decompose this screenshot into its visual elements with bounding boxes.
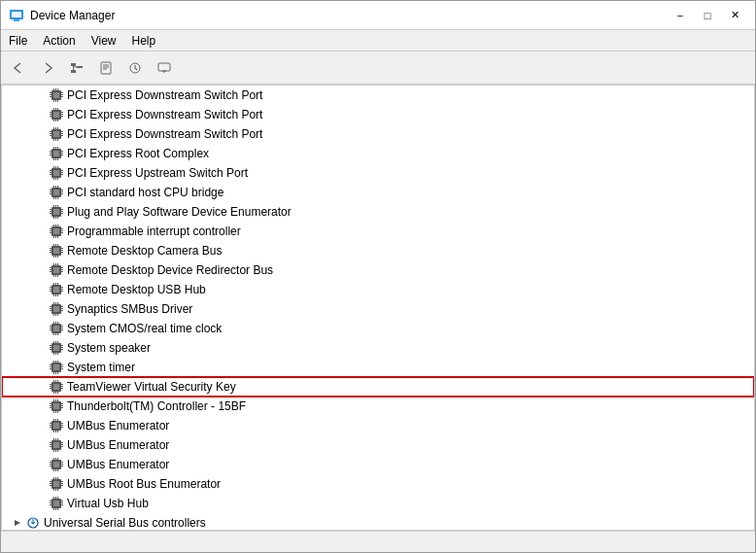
close-button[interactable]: ✕: [722, 6, 747, 25]
tree-item-tb[interactable]: Thunderbolt(TM) Controller - 15BF: [2, 397, 754, 416]
svg-rect-192: [53, 322, 54, 324]
svg-rect-315: [50, 502, 52, 503]
svg-rect-317: [61, 501, 63, 501]
tree-item-pci5[interactable]: PCI Express Upstream Switch Port: [2, 163, 754, 183]
svg-rect-203: [61, 345, 63, 346]
svg-rect-29: [57, 100, 58, 102]
svg-rect-319: [61, 504, 63, 505]
svg-rect-273: [50, 444, 52, 445]
item-label-pci1: PCI Express Downstream Switch Port: [67, 88, 262, 102]
svg-rect-123: [55, 225, 56, 226]
svg-rect-175: [61, 306, 63, 307]
svg-rect-237: [53, 392, 54, 394]
svg-rect-297: [57, 469, 58, 471]
tree-panel[interactable]: PCI Express Downstream Switch Port PCI E…: [1, 85, 755, 531]
svg-rect-224: [55, 372, 56, 374]
svg-rect-158: [50, 287, 52, 288]
tree-item-umbrbe[interactable]: UMBus Root Bus Enumerator: [2, 474, 754, 494]
properties-button[interactable]: [92, 54, 120, 82]
svg-rect-222: [57, 361, 58, 363]
menu-action[interactable]: Action: [35, 30, 83, 51]
svg-rect-229: [50, 386, 52, 387]
svg-rect-124: [57, 225, 58, 226]
svg-rect-233: [61, 388, 63, 389]
forward-button[interactable]: [34, 54, 61, 82]
svg-rect-36: [61, 114, 63, 115]
svg-rect-134: [61, 250, 63, 251]
item-label-rdusb: Remote Desktop USB Hub: [67, 283, 206, 296]
tree-item-prog1[interactable]: Programmable interrupt controller: [2, 222, 754, 241]
tree-item-pci6[interactable]: PCI standard host CPU bridge: [2, 183, 754, 202]
svg-rect-176: [61, 308, 63, 309]
svg-rect-63: [61, 151, 63, 152]
svg-rect-293: [55, 458, 56, 460]
svg-rect-215: [50, 366, 52, 367]
tree-item-timer[interactable]: System timer: [2, 358, 754, 377]
svg-rect-268: [55, 431, 56, 432]
svg-rect-174: [50, 310, 52, 311]
monitor-button[interactable]: [151, 54, 178, 82]
svg-rect-91: [61, 190, 63, 190]
svg-rect-34: [50, 116, 52, 117]
svg-rect-193: [55, 322, 56, 324]
tree-item-cmos[interactable]: System CMOS/real time clock: [2, 319, 754, 338]
svg-rect-183: [57, 314, 58, 316]
svg-rect-68: [57, 147, 58, 149]
svg-rect-180: [57, 302, 58, 304]
svg-rect-261: [61, 423, 63, 424]
svg-rect-146: [50, 271, 52, 272]
chip-icon: [49, 107, 64, 122]
tree-item-pnp1[interactable]: Plug and Play Software Device Enumerator: [2, 202, 754, 222]
svg-rect-52: [53, 127, 54, 129]
chip-icon: [49, 224, 64, 239]
maximize-button[interactable]: □: [695, 6, 720, 25]
tree-item-umb1[interactable]: UMBus Enumerator: [2, 416, 754, 435]
tree-item-rddv[interactable]: Remote Desktop Device Redirector Bus: [2, 260, 754, 280]
menu-file[interactable]: File: [1, 30, 35, 51]
back-button[interactable]: [5, 54, 32, 82]
tree-item-rdusb[interactable]: Remote Desktop USB Hub: [2, 280, 754, 299]
tree-item-vusb[interactable]: Virtual Usb Hub: [2, 494, 754, 513]
svg-rect-163: [61, 291, 63, 292]
svg-rect-207: [55, 341, 56, 343]
svg-rect-35: [61, 112, 63, 113]
svg-rect-235: [55, 380, 56, 382]
tree-item-pci1[interactable]: PCI Express Downstream Switch Port: [2, 86, 754, 105]
tree-item-umb3[interactable]: UMBus Enumerator: [2, 455, 754, 474]
tree-item-rdcb[interactable]: Remote Desktop Camera Bus: [2, 241, 754, 260]
svg-rect-149: [61, 271, 63, 272]
tree-item-tvkey[interactable]: TeamViewer Virtual Security Key: [2, 377, 754, 397]
svg-rect-32: [50, 112, 52, 113]
svg-rect-276: [61, 444, 63, 445]
svg-rect-107: [61, 213, 63, 214]
svg-rect-182: [55, 314, 56, 316]
chip-icon: [49, 185, 64, 200]
menu-help[interactable]: Help: [124, 30, 164, 51]
tree-item-umb2[interactable]: UMBus Enumerator: [2, 435, 754, 455]
expand-icon-usbctrl[interactable]: [10, 515, 25, 531]
update-driver-button[interactable]: [121, 54, 149, 82]
svg-rect-48: [50, 135, 52, 136]
tree-item-usbctrl[interactable]: Universal Serial Bus controllers: [2, 513, 754, 531]
chip-icon: [49, 87, 64, 103]
svg-rect-247: [61, 403, 63, 404]
svg-rect-168: [55, 294, 56, 296]
svg-rect-152: [57, 263, 58, 265]
svg-rect-119: [61, 228, 63, 229]
svg-rect-244: [50, 403, 52, 404]
svg-rect-73: [53, 170, 59, 176]
tree-item-spk[interactable]: System speaker: [2, 338, 754, 358]
svg-rect-291: [61, 466, 63, 467]
minimize-button[interactable]: −: [668, 6, 693, 25]
tree-item-syn1[interactable]: Synaptics SMBus Driver: [2, 299, 754, 319]
tree-view-button[interactable]: [63, 54, 90, 82]
svg-rect-141: [57, 256, 58, 258]
tree-item-pci3[interactable]: PCI Express Downstream Switch Port: [2, 124, 754, 144]
svg-rect-112: [55, 217, 56, 219]
tree-item-pci4[interactable]: PCI Express Root Complex: [2, 144, 754, 163]
tree-item-pci2[interactable]: PCI Express Downstream Switch Port: [2, 105, 754, 124]
svg-rect-288: [50, 466, 52, 467]
svg-rect-206: [53, 341, 54, 343]
menu-view[interactable]: View: [84, 30, 124, 51]
svg-rect-313: [53, 501, 59, 506]
